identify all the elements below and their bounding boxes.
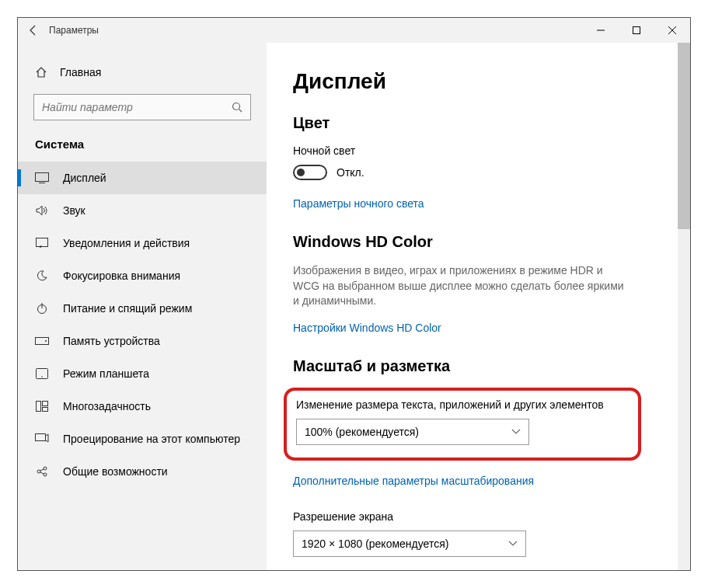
svg-rect-15 xyxy=(37,402,41,412)
svg-rect-6 xyxy=(36,173,49,182)
night-light-settings-link[interactable]: Параметры ночного света xyxy=(293,197,664,210)
storage-icon xyxy=(35,337,49,345)
text-size-label: Изменение размера текста, приложений и д… xyxy=(296,398,629,411)
text-size-value: 100% (рекомендуется) xyxy=(305,426,419,438)
nav-item-projecting[interactable]: Проецирование на этот компьютер xyxy=(18,423,267,455)
focus-icon xyxy=(35,270,49,282)
svg-rect-8 xyxy=(37,238,48,247)
nav-label: Многозадачность xyxy=(63,400,151,412)
svg-point-14 xyxy=(41,376,43,378)
shared-icon xyxy=(35,465,49,478)
nav-item-storage[interactable]: Память устройства xyxy=(18,325,267,357)
nav-label: Фокусировка внимания xyxy=(63,270,180,282)
svg-rect-16 xyxy=(43,402,48,406)
nav-label: Уведомления и действия xyxy=(63,237,190,249)
svg-rect-17 xyxy=(43,408,48,412)
scroll-thumb[interactable] xyxy=(678,43,690,229)
back-button[interactable] xyxy=(18,18,49,43)
projecting-icon xyxy=(35,433,49,444)
search-box[interactable] xyxy=(33,94,251,120)
sound-icon xyxy=(35,205,49,216)
nav-label: Дисплей xyxy=(63,172,106,184)
text-size-select[interactable]: 100% (рекомендуется) xyxy=(296,419,529,445)
home-label: Главная xyxy=(60,66,101,78)
svg-point-20 xyxy=(44,467,47,470)
svg-rect-1 xyxy=(633,27,640,34)
minimize-button[interactable] xyxy=(583,18,619,43)
svg-rect-18 xyxy=(36,434,46,441)
resolution-label: Разрешение экрана xyxy=(293,510,664,523)
titlebar: Параметры xyxy=(18,18,690,43)
chevron-down-icon xyxy=(511,429,521,435)
nav-list: Дисплей Звук Уведомления и действия Фоку… xyxy=(18,162,267,570)
nav-item-shared[interactable]: Общие возможности xyxy=(18,455,267,488)
nav-item-sound[interactable]: Звук xyxy=(18,194,267,227)
close-button[interactable] xyxy=(654,18,690,43)
svg-point-21 xyxy=(44,473,47,476)
nav-item-focus[interactable]: Фокусировка внимания xyxy=(18,259,267,292)
nav-item-power[interactable]: Питание и спящий режим xyxy=(18,292,267,325)
svg-point-19 xyxy=(37,470,40,473)
highlight-annotation: Изменение размера текста, приложений и д… xyxy=(284,388,641,461)
nav-label: Проецирование на этот компьютер xyxy=(63,433,240,445)
night-light-toggle[interactable] xyxy=(293,165,327,180)
nav-label: Память устройства xyxy=(63,335,160,347)
nav-item-notifications[interactable]: Уведомления и действия xyxy=(18,227,267,259)
nav-item-display[interactable]: Дисплей xyxy=(18,162,267,194)
hd-description: Изображения в видео, играх и приложениях… xyxy=(293,263,627,309)
night-light-label: Ночной свет xyxy=(293,144,664,157)
home-link[interactable]: Главная xyxy=(18,60,267,85)
svg-point-12 xyxy=(45,340,47,342)
search-input[interactable] xyxy=(42,101,232,113)
scale-heading: Масштаб и разметка xyxy=(293,357,664,375)
nav-label: Питание и спящий режим xyxy=(63,302,192,315)
resolution-select[interactable]: 1920 × 1080 (рекомендуется) xyxy=(293,531,526,557)
toggle-knob xyxy=(297,169,305,176)
svg-point-4 xyxy=(233,103,240,110)
maximize-button[interactable] xyxy=(619,18,654,43)
advanced-scaling-link[interactable]: Дополнительные параметры масштабирования xyxy=(293,475,664,487)
hd-heading: Windows HD Color xyxy=(293,233,664,251)
page-title: Дисплей xyxy=(293,69,664,94)
section-title: Система xyxy=(18,134,267,162)
scrollbar[interactable] xyxy=(678,43,690,570)
nav-label: Звук xyxy=(63,204,85,217)
multitasking-icon xyxy=(35,401,49,412)
notifications-icon xyxy=(35,238,49,249)
window-title: Параметры xyxy=(49,25,99,36)
power-icon xyxy=(35,302,49,315)
nav-item-tablet[interactable]: Режим планшета xyxy=(18,357,267,390)
nav-item-multitasking[interactable]: Многозадачность xyxy=(18,390,267,423)
nav-label: Режим планшета xyxy=(63,367,149,380)
svg-line-5 xyxy=(239,110,242,113)
color-heading: Цвет xyxy=(293,114,664,132)
search-icon xyxy=(232,102,242,113)
display-icon xyxy=(35,172,49,183)
hd-settings-link[interactable]: Настройки Windows HD Color xyxy=(293,322,664,334)
content-area: Дисплей Цвет Ночной свет Откл. Параметры… xyxy=(267,43,690,570)
settings-window: Параметры Главная Сис xyxy=(17,17,691,571)
sidebar: Главная Система Дисплей Звук xyxy=(18,43,267,570)
chevron-down-icon xyxy=(508,541,518,547)
home-icon xyxy=(35,66,47,78)
nav-label: Общие возможности xyxy=(63,465,168,478)
tablet-icon xyxy=(35,368,49,379)
resolution-value: 1920 × 1080 (рекомендуется) xyxy=(302,538,448,550)
toggle-state: Откл. xyxy=(337,166,364,179)
